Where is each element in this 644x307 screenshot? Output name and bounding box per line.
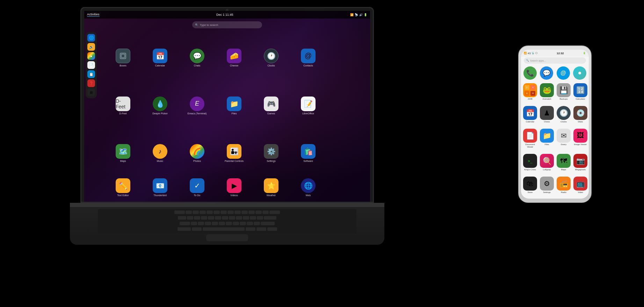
battery-icon: 🔋 — [364, 13, 367, 16]
phone-app-kingscross[interactable]: >_ King's Cross — [522, 153, 538, 174]
quick-app-4[interactable]: ● — [573, 66, 586, 80]
svg-rect-1 — [121, 54, 125, 58]
phone-app-label-kingscross: King's Cross — [524, 169, 536, 171]
wifi-icon: 📡 — [355, 13, 358, 16]
app-label-music: Music — [157, 160, 163, 163]
app-item-boxes[interactable]: Boxes — [105, 35, 141, 81]
laptop-body — [70, 203, 384, 245]
app-item-cheese[interactable]: 🧀 Cheese — [216, 35, 252, 81]
app-label-dfeet: D-Feet — [119, 112, 126, 115]
network-icon: 📶 — [350, 13, 354, 16]
laptop-touchpad[interactable] — [206, 234, 248, 241]
phone-app-calendar[interactable]: 📅 Calendar — [522, 105, 538, 127]
app-label-clocks: Clocks — [267, 64, 275, 67]
phone-app-imgviewer[interactable]: 🖼 Image Viewer — [573, 128, 587, 152]
app-item-software[interactable]: 🛍️ Software — [290, 130, 326, 177]
phone-app-docviewer[interactable]: 📄 Document Viewer — [522, 128, 538, 152]
phone-app-settings[interactable]: ⚙ Settings — [539, 176, 555, 197]
dock-item-help[interactable]: ❓ — [87, 79, 95, 87]
app-item-dfeet[interactable]: D-Feet D-Feet — [105, 83, 141, 129]
phone-app-label-files: Files — [545, 143, 549, 146]
app-item-settings[interactable]: ⚙️ Settings — [253, 130, 289, 177]
phone-app-chess[interactable]: ♟ Chess — [539, 105, 555, 127]
app-label-emacs: Emacs (Terminal) — [188, 112, 207, 115]
app-item-contacts[interactable]: @ Contacts — [290, 35, 326, 81]
phone-app-clocks[interactable]: 🕐 Clocks — [556, 105, 571, 127]
app-item-games[interactable]: 🎮 Games — [253, 83, 289, 129]
phone-app-2048[interactable]: 2 4 8 16 2048 — [522, 83, 538, 104]
app-label-parental: Parental Controls — [225, 160, 244, 163]
app-item-files[interactable]: 📁 Files — [216, 83, 252, 129]
phone-app-files[interactable]: 📁 Files — [539, 128, 555, 152]
phone-app-lollypop[interactable]: 🍭 Lollypop — [539, 153, 555, 174]
app-item-videos[interactable]: ▶ Videos — [216, 178, 252, 197]
app-item-emacs[interactable]: Ε Emacs (Terminal) — [179, 83, 215, 129]
quick-app-email[interactable]: @ — [557, 66, 570, 80]
phone-app-label-lollypop: Lollypop — [543, 169, 551, 171]
phone-app-calculator[interactable]: 🔢 Calculator — [573, 83, 587, 104]
app-item-libreoffice[interactable]: 📝 LibreOffice — [290, 83, 326, 129]
phone-app-label-imgviewer: Image Viewer — [574, 143, 587, 146]
app-item-todo[interactable]: ✓ To Do — [179, 178, 215, 197]
phone-app-animatch[interactable]: 🐸 Animatch — [539, 83, 555, 104]
phone-app-label-animatch: Animatch — [542, 98, 551, 100]
gnome-tray: 📶 📡 🔊 🔋 — [350, 13, 367, 16]
phone-app-label-2048: 2048 — [528, 98, 532, 100]
app-item-parental[interactable]: 👨‍👧 Parental Controls — [216, 130, 252, 177]
phone-app-label-calendar: Calendar — [526, 121, 534, 123]
signal-icon: 📶 — [524, 52, 527, 55]
phone-app-megapixels[interactable]: 📷 Megapixels — [573, 153, 587, 174]
phone-search-bar[interactable]: 🔍 Search apps... — [524, 57, 586, 64]
app-label-contacts: Contacts — [303, 64, 313, 67]
dock-item-files[interactable]: 🌐 — [87, 34, 95, 42]
phone-app-backups[interactable]: 💾 Backups — [556, 83, 571, 104]
app-label-settings: Settings — [267, 160, 275, 163]
phone-app-radio[interactable]: 📻 Radio — [556, 176, 571, 197]
app-item-chats[interactable]: 💬 Chats — [179, 35, 215, 81]
phone-app-label-video: Video — [578, 191, 583, 194]
phone-app-store[interactable]: 🛍 Store — [522, 176, 538, 197]
dock-item-grid[interactable]: ⊞ — [87, 88, 95, 96]
app-item-web[interactable]: 🌐 Web — [290, 178, 326, 197]
gnome-activities[interactable]: Activities — [87, 13, 100, 17]
dock-item-document[interactable]: 📄 — [87, 61, 95, 69]
app-label-files: Files — [232, 112, 237, 115]
dock-item-color[interactable]: ● — [87, 52, 95, 60]
laptop-keyboard — [98, 209, 356, 234]
app-label-chats: Chats — [194, 64, 200, 67]
quick-app-messages[interactable]: 💬 — [540, 66, 553, 80]
app-item-clocks[interactable]: 🕐 Clocks — [253, 35, 289, 81]
phone-app-label-geary: Geary — [561, 143, 566, 146]
app-label-games: Games — [267, 112, 275, 115]
laptop-screen: Activities Dec 1 11:45 📶 📡 🔊 🔋 🔍 Type to… — [84, 11, 370, 202]
search-icon: 🔍 — [195, 23, 198, 27]
phone-app-maps[interactable]: 🗺 Maps — [556, 153, 571, 174]
app-item-photos[interactable]: 🌈 Photos — [179, 130, 215, 177]
app-item-thunderbird[interactable]: 📧 Thunderbird — [142, 178, 178, 197]
phone-app-label-settings: Settings — [543, 191, 551, 194]
app-item-weather[interactable]: ⭐ Weather — [253, 178, 289, 197]
dock-item-pulseaudio[interactable]: 🔊 — [87, 43, 95, 51]
phone-time: 12:32 — [557, 52, 564, 55]
quick-app-phone[interactable]: 📞 — [523, 66, 537, 80]
phone-battery-icon: 🔋 — [583, 52, 586, 55]
app-item-texteditor[interactable]: ✏️ Text Editor — [105, 178, 141, 197]
phone: 📶 4G 📡 ⬡ 12:32 🔋 🔍 Search apps... 📞 — [518, 45, 592, 203]
dock-item-notes[interactable]: 📋 — [87, 70, 95, 78]
phone-app-label-radio: Radio — [561, 191, 566, 194]
app-grid: Boxes 📅 Calendar 💬 Chats 🧀 — [102, 31, 367, 200]
app-label-texteditor: Text Editor — [117, 194, 129, 197]
phone-app-label-docviewer: Document Viewer — [523, 143, 537, 148]
app-label-maps: Maps — [120, 160, 126, 163]
gnome-search-bar[interactable]: 🔍 Type to search — [192, 21, 262, 28]
phone-app-label-clocks: Clocks — [560, 121, 567, 123]
app-item-calendar[interactable]: 📅 Calendar — [142, 35, 178, 81]
app-item-maps[interactable]: 🗺️ Maps — [105, 130, 141, 177]
app-item-music[interactable]: ♪ Music — [142, 130, 178, 177]
phone-app-disks[interactable]: 💿 Disks — [573, 105, 587, 127]
laptop-screen-bezel: Activities Dec 1 11:45 📶 📡 🔊 🔋 🔍 Type to… — [80, 7, 374, 203]
phone-app-geary[interactable]: ✉ Geary — [556, 128, 571, 152]
phone-app-video[interactable]: 📺 Video — [573, 176, 587, 197]
app-item-deepin[interactable]: 💧 Deepin Picker — [142, 83, 178, 129]
gnome-dock: 🌐 🔊 ● 📄 📋 ❓ ⊞ — [86, 32, 97, 98]
